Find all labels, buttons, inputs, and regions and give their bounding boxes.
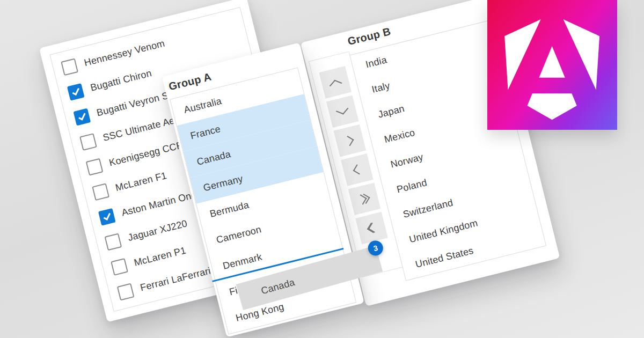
checkbox[interactable] xyxy=(79,133,97,151)
checkbox[interactable] xyxy=(86,158,104,175)
list-item-label: Germany xyxy=(202,173,244,194)
chevron-down-icon xyxy=(335,105,348,114)
drag-count-value: 3 xyxy=(372,244,378,253)
checkbox[interactable] xyxy=(111,258,128,276)
checkbox[interactable] xyxy=(61,58,78,76)
list-item-label: Cameroon xyxy=(215,224,262,246)
move-all-to-button[interactable] xyxy=(348,182,381,215)
group-b-title: Group B xyxy=(346,25,392,48)
page: Hennessey Venom Bugatti Chiron Bugatti V… xyxy=(0,0,644,338)
list-item-label: Canada xyxy=(196,148,232,167)
check-icon xyxy=(78,112,85,120)
list-item-label: France xyxy=(189,123,222,142)
chevron-up-icon xyxy=(330,79,342,89)
checkbox[interactable] xyxy=(73,108,91,126)
check-icon xyxy=(72,86,79,95)
list-item-label: Denmark xyxy=(222,251,263,271)
move-up-button[interactable] xyxy=(319,66,352,99)
checkbox[interactable] xyxy=(67,83,85,101)
move-from-button[interactable] xyxy=(341,153,374,186)
list-item-label: Australia xyxy=(182,95,223,116)
angular-a-icon xyxy=(504,19,600,120)
move-to-button[interactable] xyxy=(334,124,367,157)
drag-preview-label: Canada xyxy=(260,276,296,296)
check-icon xyxy=(103,211,110,220)
chevron-right-icon xyxy=(343,136,354,146)
list-item-label: Bermuda xyxy=(209,199,250,219)
double-chevron-right-icon xyxy=(359,194,369,203)
chevron-left-icon xyxy=(353,164,363,174)
move-down-button[interactable] xyxy=(326,95,359,128)
checkbox[interactable] xyxy=(98,208,116,225)
move-all-from-button[interactable] xyxy=(355,212,388,245)
checkbox[interactable] xyxy=(92,183,109,201)
angular-logo xyxy=(487,0,617,130)
checkbox[interactable] xyxy=(104,233,122,251)
checkbox[interactable] xyxy=(117,283,135,300)
double-chevron-left-icon xyxy=(368,224,376,232)
